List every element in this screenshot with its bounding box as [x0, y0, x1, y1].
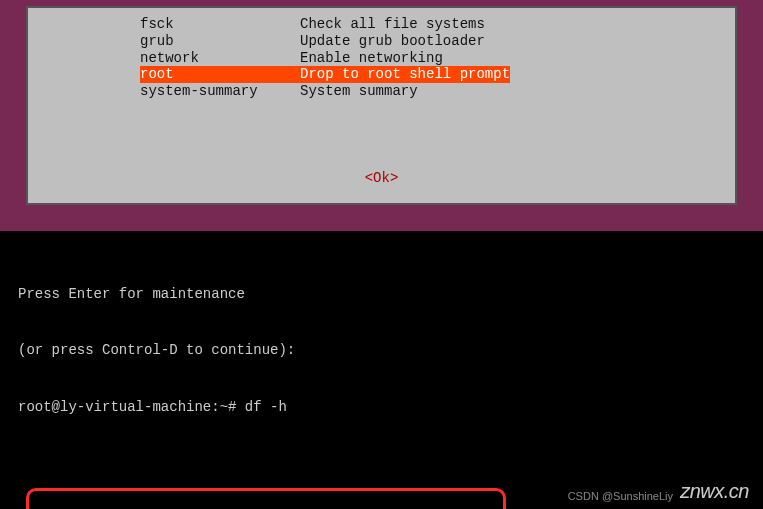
terminal-output[interactable]: Press Enter for maintenance (or press Co… — [0, 231, 763, 509]
shell-prompt: root@ly-virtual-machine:~# — [18, 399, 245, 415]
menu-desc: Enable networking — [300, 50, 443, 67]
menu-list: fsck Check all file systems grub Update … — [140, 16, 723, 100]
maintenance-line-2: (or press Control-D to continue): — [18, 341, 745, 360]
recovery-menu-dialog: fsck Check all file systems grub Update … — [26, 6, 737, 205]
menu-desc: Check all file systems — [300, 16, 485, 33]
command: df -h — [245, 399, 287, 415]
menu-item-root[interactable]: root Drop to root shell prompt — [140, 66, 723, 83]
menu-key: grub — [140, 33, 300, 50]
prompt-line: root@ly-virtual-machine:~# df -h — [18, 398, 745, 417]
menu-item-system-summary[interactable]: system-summary System summary — [140, 83, 723, 100]
menu-key: fsck — [140, 16, 300, 33]
recovery-menu-frame: fsck Check all file systems grub Update … — [0, 0, 763, 231]
menu-desc: System summary — [300, 83, 418, 100]
watermark-znwx: znwx.cn — [680, 479, 749, 503]
watermark-csdn: CSDN @SunshineLiy — [568, 490, 673, 503]
highlight-annotation — [26, 488, 506, 509]
menu-desc: Update grub bootloader — [300, 33, 485, 50]
menu-key: root — [140, 66, 300, 83]
menu-key: network — [140, 50, 300, 67]
menu-item-network[interactable]: network Enable networking — [140, 50, 723, 67]
ok-button[interactable]: <Ok> — [40, 170, 723, 187]
maintenance-line-1: Press Enter for maintenance — [18, 285, 745, 304]
menu-desc: Drop to root shell prompt — [300, 66, 510, 83]
menu-item-fsck[interactable]: fsck Check all file systems — [140, 16, 723, 33]
menu-item-grub[interactable]: grub Update grub bootloader — [140, 33, 723, 50]
menu-key: system-summary — [140, 83, 300, 100]
